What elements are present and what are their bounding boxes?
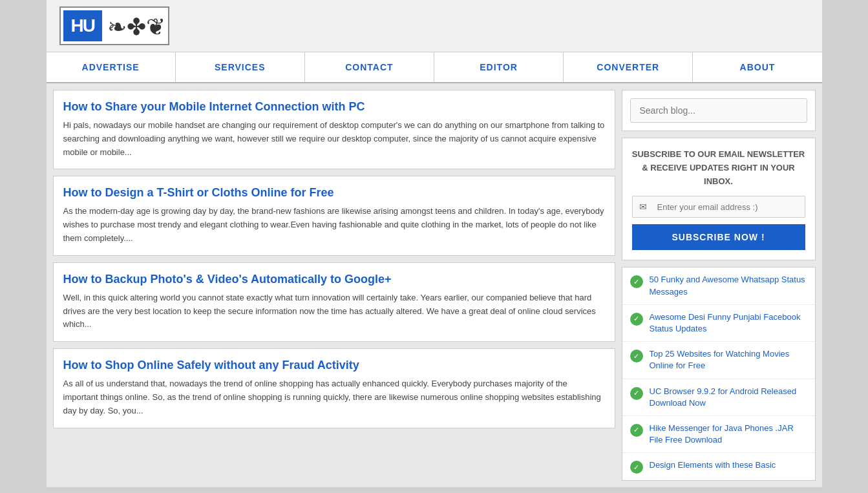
article-title-1[interactable]: How to Design a T-Shirt or Cloths Online… — [63, 186, 605, 200]
search-box — [622, 90, 816, 131]
check-icon-1: ✓ — [630, 313, 643, 326]
logo-letters: HU — [63, 10, 102, 41]
check-icon-3: ✓ — [630, 387, 643, 400]
nav-item-services[interactable]: SERVICES — [176, 52, 305, 82]
subscribe-box: SUBSCRIBE TO OUR EMAIL NEWSLETTER & RECE… — [622, 138, 816, 260]
logo-ornament: ❧✤❦ — [107, 12, 165, 41]
article-excerpt-0: Hi pals, nowadays our mobile handset are… — [63, 119, 605, 159]
popular-item-4: ✓ Hike Messenger for Java Phones .JAR Fi… — [622, 416, 815, 453]
article-card-2: How to Backup Photo's & Video's Automati… — [53, 262, 615, 342]
navigation: ADVERTISE SERVICES CONTACT EDITOR CONVER… — [47, 52, 822, 83]
popular-posts: ✓ 50 Funky and Awesome Whatsapp Status M… — [622, 267, 816, 481]
article-excerpt-1: As the modern-day age is growing day by … — [63, 205, 605, 245]
article-title-2[interactable]: How to Backup Photo's & Video's Automati… — [63, 273, 605, 286]
subscribe-text: SUBSCRIBE TO OUR EMAIL NEWSLETTER & RECE… — [632, 148, 805, 188]
popular-link-5[interactable]: Design Elements with these Basic — [650, 459, 776, 471]
popular-item-1: ✓ Awesome Desi Funny Punjabi Facebook St… — [622, 305, 815, 342]
email-input-row: ✉ — [632, 196, 805, 218]
content-area: How to Share your Mobile Internet Connec… — [47, 83, 822, 487]
article-excerpt-2: Well, in this quick altering world you c… — [63, 291, 605, 331]
subscribe-button[interactable]: SUBSCRIBE NOW ! — [632, 224, 805, 250]
nav-item-converter[interactable]: CONVERTER — [564, 52, 693, 82]
nav-item-about[interactable]: ABOUT — [693, 52, 821, 82]
popular-link-1[interactable]: Awesome Desi Funny Punjabi Facebook Stat… — [650, 311, 807, 335]
nav-item-editor[interactable]: EDITOR — [434, 52, 564, 82]
popular-item-5: ✓ Design Elements with these Basic — [622, 453, 815, 480]
popular-link-2[interactable]: Top 25 Websites for Watching Movies Onli… — [650, 348, 807, 372]
logo[interactable]: HU ❧✤❦ — [59, 6, 169, 45]
article-title-3[interactable]: How to Shop Online Safely without any Fr… — [63, 359, 605, 372]
popular-item-3: ✓ UC Browser 9.9.2 for Android Released … — [622, 379, 815, 416]
nav-item-contact[interactable]: CONTACT — [305, 52, 434, 82]
search-input[interactable] — [630, 98, 807, 123]
popular-link-3[interactable]: UC Browser 9.9.2 for Android Released Do… — [650, 386, 807, 409]
check-icon-4: ✓ — [630, 424, 643, 437]
popular-item-2: ✓ Top 25 Websites for Watching Movies On… — [622, 342, 815, 379]
check-icon-0: ✓ — [630, 275, 643, 288]
article-title-0[interactable]: How to Share your Mobile Internet Connec… — [63, 100, 605, 114]
email-icon: ✉ — [633, 196, 653, 217]
check-icon-2: ✓ — [630, 350, 643, 362]
article-card-3: How to Shop Online Safely without any Fr… — [53, 348, 615, 428]
check-icon-5: ✓ — [630, 461, 643, 474]
main-column: How to Share your Mobile Internet Connec… — [53, 90, 615, 481]
article-excerpt-3: As all of us understand that, nowadays t… — [63, 377, 605, 417]
nav-item-advertise[interactable]: ADVERTISE — [47, 52, 176, 82]
article-card-0: How to Share your Mobile Internet Connec… — [53, 90, 615, 169]
popular-link-0[interactable]: 50 Funky and Awesome Whatsapp Status Mes… — [650, 274, 807, 297]
email-input[interactable] — [653, 197, 805, 217]
header: HU ❧✤❦ — [47, 0, 822, 52]
popular-link-4[interactable]: Hike Messenger for Java Phones .JAR File… — [650, 423, 807, 446]
article-card-1: How to Design a T-Shirt or Cloths Online… — [53, 176, 615, 255]
sidebar: SUBSCRIBE TO OUR EMAIL NEWSLETTER & RECE… — [622, 90, 816, 481]
popular-item-0: ✓ 50 Funky and Awesome Whatsapp Status M… — [622, 267, 815, 304]
